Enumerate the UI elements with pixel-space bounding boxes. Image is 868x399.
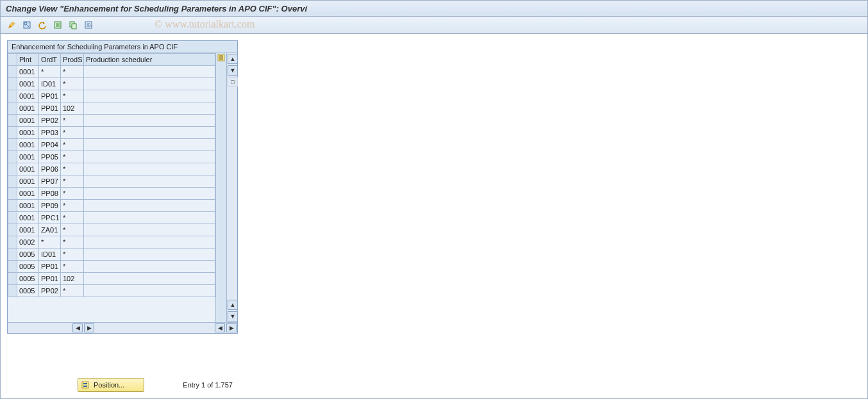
cell-prods[interactable]: * [61, 200, 84, 212]
cell-prods[interactable]: * [61, 175, 84, 188]
cell-sched[interactable] [84, 188, 215, 200]
scroll-left-icon[interactable]: ◀ [72, 323, 83, 332]
table-row[interactable]: 0001PP09* [8, 200, 215, 212]
row-selector[interactable] [8, 115, 17, 127]
delete-icon[interactable] [81, 18, 96, 32]
page-up-icon[interactable]: ▼ [228, 65, 238, 76]
col-sched[interactable]: Production scheduler [84, 54, 215, 66]
cell-ordt[interactable]: PP01 [39, 261, 61, 273]
cell-ordt[interactable]: PP01 [39, 273, 61, 285]
cell-sched[interactable] [84, 115, 215, 127]
cell-sched[interactable] [84, 151, 215, 163]
cell-ordt[interactable]: ID01 [39, 248, 61, 261]
table-row[interactable]: 0001PP05* [8, 151, 215, 163]
cell-prods[interactable]: * [61, 115, 84, 127]
cell-prods[interactable]: * [61, 163, 84, 175]
scroll-down-icon[interactable]: ▼ [228, 311, 238, 322]
cell-ordt[interactable]: PP04 [39, 139, 61, 151]
table-row[interactable]: 0001PP01* [8, 90, 215, 102]
cell-sched[interactable] [84, 285, 215, 297]
cell-plnt[interactable]: 0001 [17, 151, 39, 163]
cell-sched[interactable] [84, 224, 215, 236]
scroll-left-end-icon[interactable]: ◀ [215, 323, 225, 332]
cell-prods[interactable]: * [61, 90, 84, 102]
row-selector[interactable] [8, 200, 17, 212]
cell-plnt[interactable]: 0001 [17, 175, 39, 188]
new-entries-icon[interactable] [51, 18, 65, 32]
cell-ordt[interactable]: * [39, 236, 61, 248]
cell-ordt[interactable]: PP03 [39, 127, 61, 139]
row-selector[interactable] [8, 273, 17, 285]
cell-ordt[interactable]: * [39, 66, 61, 78]
row-selector[interactable] [8, 127, 17, 139]
details-icon[interactable] [20, 18, 34, 32]
table-row[interactable]: 0001PPC1* [8, 212, 215, 224]
table-row[interactable]: 0001PP06* [8, 163, 215, 175]
select-all-header[interactable] [8, 54, 17, 66]
cell-ordt[interactable]: PPC1 [39, 212, 61, 224]
cell-sched[interactable] [84, 248, 215, 261]
table-row[interactable]: 0001PP04* [8, 139, 215, 151]
cell-prods[interactable]: * [61, 151, 84, 163]
cell-plnt[interactable]: 0001 [17, 188, 39, 200]
page-down-icon[interactable]: ▲ [228, 300, 238, 310]
cell-prods[interactable]: * [61, 285, 84, 297]
row-selector[interactable] [8, 175, 17, 188]
cell-sched[interactable] [84, 66, 215, 78]
table-row[interactable]: 0001** [8, 66, 215, 78]
cell-prods[interactable]: * [61, 212, 84, 224]
row-selector[interactable] [8, 224, 17, 236]
cell-ordt[interactable]: PP01 [39, 90, 61, 102]
cell-sched[interactable] [84, 261, 215, 273]
table-row[interactable]: 0005PP02* [8, 285, 215, 297]
cell-ordt[interactable]: PP02 [39, 285, 61, 297]
cell-prods[interactable]: 102 [61, 102, 84, 115]
cell-prods[interactable]: * [61, 248, 84, 261]
cell-plnt[interactable]: 0001 [17, 127, 39, 139]
cell-ordt[interactable]: ZA01 [39, 224, 61, 236]
cell-prods[interactable]: * [61, 66, 84, 78]
col-ordt[interactable]: OrdT [39, 54, 61, 66]
cell-sched[interactable] [84, 212, 215, 224]
cell-prods[interactable]: * [61, 127, 84, 139]
cell-prods[interactable]: * [61, 236, 84, 248]
table-row[interactable]: 0001PP02* [8, 115, 215, 127]
row-selector[interactable] [8, 212, 17, 224]
cell-sched[interactable] [84, 236, 215, 248]
change-icon[interactable] [4, 18, 19, 32]
cell-sched[interactable] [84, 127, 215, 139]
cell-prods[interactable]: 102 [61, 273, 84, 285]
scroll-right-icon[interactable]: ▶ [84, 323, 94, 332]
vertical-scrollbar[interactable]: ▲ ▼ □ ▲ ▼ [226, 53, 237, 322]
row-selector[interactable] [8, 248, 17, 261]
cell-plnt[interactable]: 0001 [17, 212, 39, 224]
scroll-right-end-icon[interactable]: ▶ [226, 323, 237, 332]
cell-sched[interactable] [84, 102, 215, 115]
table-row[interactable]: 0001PP07* [8, 175, 215, 188]
cell-plnt[interactable]: 0002 [17, 236, 39, 248]
cell-sched[interactable] [84, 163, 215, 175]
cell-prods[interactable]: * [61, 261, 84, 273]
cell-ordt[interactable]: ID01 [39, 78, 61, 90]
cell-prods[interactable]: * [61, 78, 84, 90]
row-selector[interactable] [8, 236, 17, 248]
table-row[interactable]: 0001PP01102 [8, 102, 215, 115]
cell-ordt[interactable]: PP05 [39, 151, 61, 163]
cell-plnt[interactable]: 0005 [17, 261, 39, 273]
row-selector[interactable] [8, 102, 17, 115]
cell-ordt[interactable]: PP06 [39, 163, 61, 175]
table-settings-button[interactable] [215, 53, 226, 322]
row-selector[interactable] [8, 78, 17, 90]
table-row[interactable]: 0001ZA01* [8, 224, 215, 236]
row-selector[interactable] [8, 285, 17, 297]
cell-prods[interactable]: * [61, 139, 84, 151]
row-selector[interactable] [8, 163, 17, 175]
row-selector[interactable] [8, 151, 17, 163]
cell-plnt[interactable]: 0001 [17, 102, 39, 115]
cell-sched[interactable] [84, 90, 215, 102]
cell-ordt[interactable]: PP02 [39, 115, 61, 127]
cell-prods[interactable]: * [61, 188, 84, 200]
table-row[interactable]: 0005PP01102 [8, 273, 215, 285]
table-row[interactable]: 0005PP01* [8, 261, 215, 273]
cell-ordt[interactable]: PP01 [39, 102, 61, 115]
